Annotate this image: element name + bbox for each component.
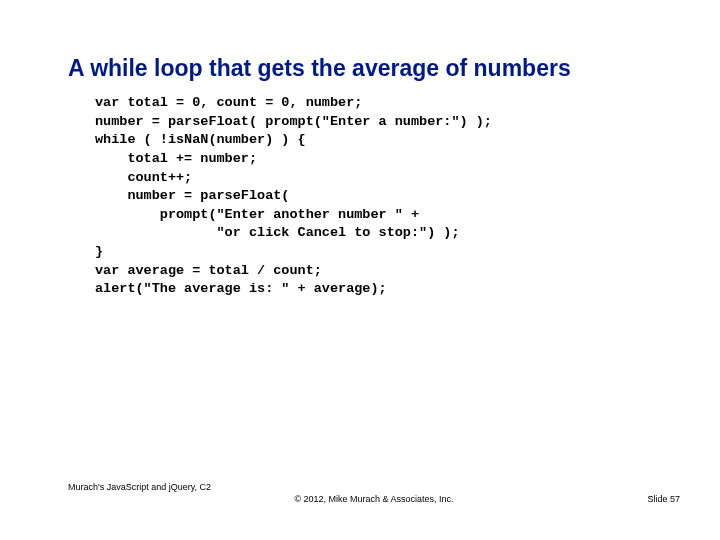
footer: Murach's JavaScript and jQuery, C2 © 201… (68, 482, 680, 510)
footer-slide-number: Slide 57 (647, 494, 680, 504)
slide: A while loop that gets the average of nu… (0, 0, 720, 540)
page-title: A while loop that gets the average of nu… (68, 55, 680, 83)
footer-book-title: Murach's JavaScript and jQuery, C2 (68, 482, 211, 493)
code-block: var total = 0, count = 0, number; number… (95, 94, 492, 299)
footer-copyright: © 2012, Mike Murach & Associates, Inc. (68, 494, 680, 504)
